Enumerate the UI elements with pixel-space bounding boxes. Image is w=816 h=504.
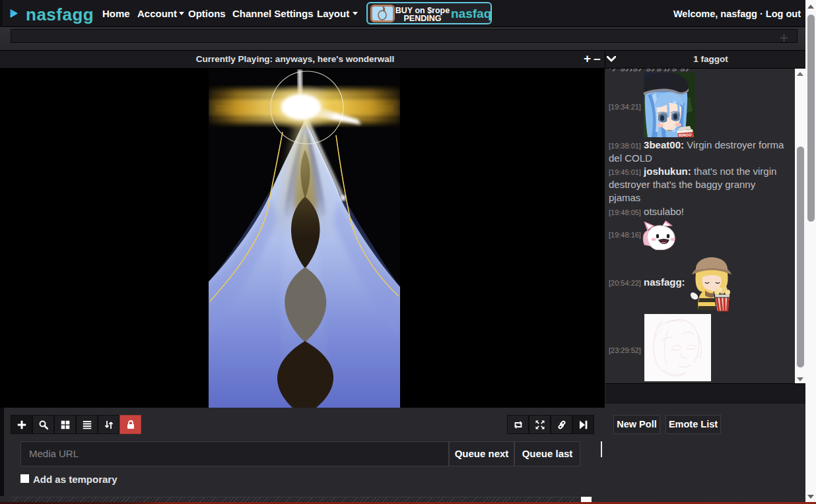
svg-text:RINGO: RINGO bbox=[679, 133, 692, 137]
